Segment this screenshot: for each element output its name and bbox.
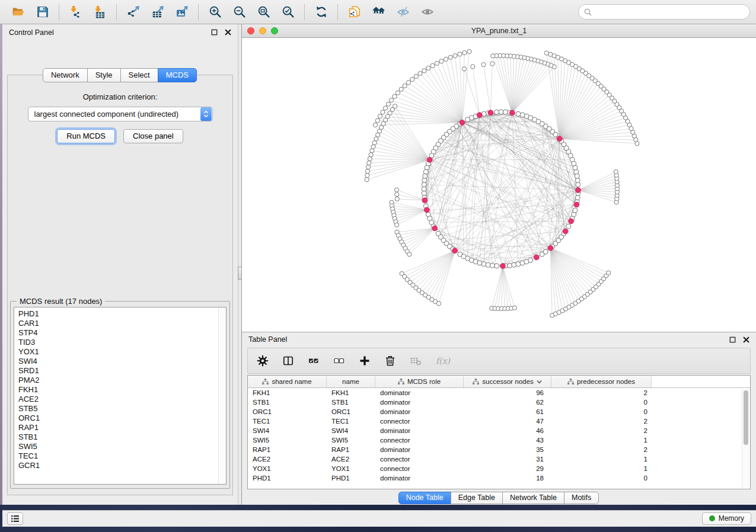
cell-name[interactable]: ORC1 xyxy=(327,408,375,415)
cell-shared-name[interactable]: RAP1 xyxy=(248,446,327,453)
mcds-result-item[interactable]: STP4 xyxy=(14,328,226,338)
cell-name[interactable]: TEC1 xyxy=(327,418,375,425)
cell-successor-nodes[interactable]: 46 xyxy=(464,427,551,434)
show-all-button[interactable] xyxy=(415,2,439,22)
save-session-button[interactable] xyxy=(30,2,55,22)
cell-shared-name[interactable]: SWI4 xyxy=(248,427,327,434)
splitter-handle[interactable] xyxy=(238,267,242,280)
search-box[interactable] xyxy=(578,4,750,20)
tab-style[interactable]: Style xyxy=(87,68,121,82)
cell-name[interactable]: FKH1 xyxy=(327,389,375,396)
tab-select[interactable]: Select xyxy=(120,68,158,82)
import-table-button[interactable] xyxy=(88,2,112,22)
mcds-result-item[interactable]: STB1 xyxy=(14,432,226,442)
panel-splitter[interactable] xyxy=(238,24,242,505)
table-row[interactable]: SWI4SWI4dominator462 xyxy=(248,426,750,435)
column-header-MCDS-role[interactable]: MCDS role xyxy=(375,376,464,387)
export-image-button[interactable] xyxy=(170,2,194,22)
cell-shared-name[interactable]: STB1 xyxy=(248,399,327,406)
refresh-view-button[interactable] xyxy=(309,2,333,22)
mcds-result-item[interactable]: PHD1 xyxy=(14,309,226,319)
cell-MCDS-role[interactable]: connector xyxy=(375,418,464,425)
tab-edge-table[interactable]: Edge Table xyxy=(451,492,503,504)
mcds-result-item[interactable]: SRD1 xyxy=(14,366,226,376)
tab-mcds[interactable]: MCDS xyxy=(158,68,197,82)
column-header-predecessor-nodes[interactable]: predecessor nodes xyxy=(551,376,652,387)
cell-name[interactable]: RAP1 xyxy=(327,446,375,453)
cell-shared-name[interactable]: TEC1 xyxy=(248,418,327,425)
network-canvas[interactable] xyxy=(242,38,756,332)
mcds-result-item[interactable]: GCR1 xyxy=(14,461,226,470)
cell-predecessor-nodes[interactable]: 0 xyxy=(551,399,652,406)
cell-MCDS-role[interactable]: dominator xyxy=(375,389,464,396)
cell-predecessor-nodes[interactable]: 1 xyxy=(551,456,652,463)
cell-successor-nodes[interactable]: 18 xyxy=(464,475,551,482)
cell-successor-nodes[interactable]: 47 xyxy=(464,418,551,425)
cell-MCDS-role[interactable]: connector xyxy=(375,437,464,444)
cell-MCDS-role[interactable]: connector xyxy=(375,456,464,463)
mcds-result-item[interactable]: PMA2 xyxy=(14,376,226,385)
tab-motifs[interactable]: Motifs xyxy=(564,492,599,504)
mcds-result-item[interactable]: ORC1 xyxy=(14,414,226,423)
network-window-titlebar[interactable]: YPA_prune.txt_1 xyxy=(242,24,756,38)
result-list-scrollbar[interactable] xyxy=(218,307,226,484)
cell-shared-name[interactable]: YOX1 xyxy=(248,465,327,472)
table-scrollbar[interactable] xyxy=(742,389,749,488)
cell-MCDS-role[interactable]: dominator xyxy=(375,475,464,482)
show-task-history-button[interactable] xyxy=(7,512,23,525)
table-scrollbar-thumb[interactable] xyxy=(744,390,748,445)
table-options-gear-button[interactable] xyxy=(255,353,270,368)
cell-predecessor-nodes[interactable]: 0 xyxy=(551,408,652,415)
cell-predecessor-nodes[interactable]: 1 xyxy=(551,437,652,444)
column-header-successor-nodes[interactable]: successor nodes xyxy=(464,376,551,387)
open-session-button[interactable] xyxy=(6,2,30,22)
zoom-in-button[interactable] xyxy=(203,2,227,22)
mcds-result-item[interactable]: TEC1 xyxy=(14,451,226,461)
search-input[interactable] xyxy=(595,8,744,17)
cell-predecessor-nodes[interactable]: 1 xyxy=(551,465,652,472)
mcds-result-item[interactable]: TID3 xyxy=(14,338,226,347)
table-row[interactable]: YOX1YOX1connector291 xyxy=(248,464,750,473)
mcds-result-item[interactable]: FKH1 xyxy=(14,385,226,395)
hide-selected-button[interactable] xyxy=(391,2,415,22)
cell-predecessor-nodes[interactable]: 2 xyxy=(551,446,652,453)
table-row[interactable]: FKH1FKH1dominator962 xyxy=(248,388,750,398)
cell-name[interactable]: YOX1 xyxy=(327,465,375,472)
network-graph[interactable] xyxy=(242,38,756,332)
cell-name[interactable]: PHD1 xyxy=(327,475,375,482)
cell-MCDS-role[interactable]: connector xyxy=(375,465,464,472)
cell-successor-nodes[interactable]: 29 xyxy=(464,465,551,472)
run-mcds-button[interactable]: Run MCDS xyxy=(57,129,115,143)
close-panel-button[interactable]: Close panel xyxy=(123,129,183,143)
column-header-shared-name[interactable]: shared name xyxy=(248,376,327,387)
tab-network-table[interactable]: Network Table xyxy=(502,492,564,504)
cell-successor-nodes[interactable]: 31 xyxy=(464,456,551,463)
cell-predecessor-nodes[interactable]: 2 xyxy=(551,427,652,434)
cell-successor-nodes[interactable]: 62 xyxy=(464,399,551,406)
cell-shared-name[interactable]: ORC1 xyxy=(248,408,327,415)
close-table-panel-icon[interactable] xyxy=(743,336,749,343)
criterion-dropdown[interactable]: largest connected component (undirected) xyxy=(28,107,213,121)
tab-node-table[interactable]: Node Table xyxy=(398,492,451,504)
table-row[interactable]: SWI5SWI5connector431 xyxy=(248,435,750,445)
float-panel-icon[interactable] xyxy=(211,29,218,36)
cell-MCDS-role[interactable]: dominator xyxy=(375,399,464,406)
memory-button[interactable]: Memory xyxy=(702,512,751,525)
zoom-out-button[interactable] xyxy=(227,2,251,22)
mcds-result-item[interactable]: YOX1 xyxy=(14,347,226,357)
cell-MCDS-role[interactable]: dominator xyxy=(375,427,464,434)
split-panel-button[interactable] xyxy=(280,353,296,368)
cell-name[interactable]: STB1 xyxy=(327,399,375,406)
cell-predecessor-nodes[interactable]: 2 xyxy=(551,389,652,396)
cell-successor-nodes[interactable]: 96 xyxy=(464,389,551,396)
show-all-columns-button[interactable] xyxy=(306,353,321,368)
table-row[interactable]: TEC1TEC1connector472 xyxy=(248,416,750,426)
hide-all-columns-button[interactable] xyxy=(331,353,347,368)
table-row[interactable]: STB1STB1dominator620 xyxy=(248,398,750,407)
column-header-name[interactable]: name xyxy=(327,376,375,387)
duplicate-network-button[interactable] xyxy=(342,2,366,22)
tab-network[interactable]: Network xyxy=(43,68,88,82)
mcds-result-item[interactable]: ACE2 xyxy=(14,395,226,404)
cell-successor-nodes[interactable]: 43 xyxy=(464,437,551,444)
cell-shared-name[interactable]: PHD1 xyxy=(248,475,327,482)
